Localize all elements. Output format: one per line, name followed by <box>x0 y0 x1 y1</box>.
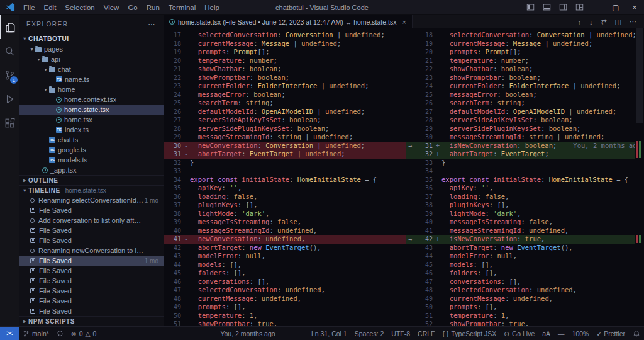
menu-file[interactable]: File <box>19 4 40 11</box>
code-line[interactable]: 36 apiKey: '', <box>406 184 644 193</box>
sync-button[interactable] <box>53 330 67 337</box>
code-line[interactable]: 32} <box>164 159 406 167</box>
code-line[interactable]: 48 currentMessage: undefined, <box>164 295 406 303</box>
tree-item-home-context-tsx[interactable]: home.context.tsx <box>19 94 164 105</box>
timeline-item[interactable]: File Saved <box>19 266 164 276</box>
overview-ruler[interactable] <box>635 28 644 326</box>
code-line[interactable]: 37 pluginKeys: [], <box>164 201 406 210</box>
timeline-item[interactable]: File Saved <box>19 235 164 246</box>
tree-item-home[interactable]: ▾home <box>19 84 164 94</box>
code-line[interactable]: 22 showPromptbar: boolean; <box>164 74 406 82</box>
tree-item-name-ts[interactable]: TSname.ts <box>19 74 164 84</box>
more-actions-icon[interactable]: ⋯ <box>630 18 636 26</box>
menu-selection[interactable]: Selection <box>60 4 99 11</box>
code-line[interactable]: 33 <box>164 167 406 176</box>
encoding-button[interactable]: UTF-8 <box>387 330 414 337</box>
timeline-section[interactable]: ▾ TIMELINE home.state.tsx <box>19 185 164 195</box>
prettier-button[interactable]: ✓ Prettier <box>592 330 629 337</box>
close-tab-icon[interactable]: × <box>402 18 406 26</box>
code-line[interactable]: 34export const initialState: HomeInitial… <box>164 176 406 184</box>
code-line[interactable]: 23 showPromptbar: boolean; <box>406 74 644 82</box>
code-line[interactable]: 43 modelError: null, <box>164 252 406 261</box>
code-line[interactable]: 49 prompts: [], <box>164 303 406 312</box>
timeline-item[interactable]: Renaming selectConversationId to s...1 m… <box>19 195 164 205</box>
tree-item-api[interactable]: ▾api <box>19 54 164 64</box>
code-line[interactable]: 42+ isNewConversation: true, <box>406 235 644 244</box>
minimize-button[interactable]: – <box>587 0 606 15</box>
toggle-secondary-sidebar-icon[interactable] <box>555 0 571 15</box>
code-line[interactable]: 18 selectedConversation: Conversation | … <box>406 31 644 40</box>
code-line[interactable]: 29 serverSidePluginKeysSet: boolean; <box>406 125 644 133</box>
code-line[interactable]: 47 conversations: [], <box>406 278 644 286</box>
problems-button[interactable]: ⊗ 0 △ 0 <box>67 330 101 337</box>
timeline-item[interactable]: File Saved <box>19 306 164 316</box>
code-line[interactable]: 27 serverSideApiKeyIsSet: boolean; <box>164 116 406 125</box>
code-line[interactable]: 44 models: [], <box>164 261 406 269</box>
outline-section[interactable]: ▸ OUTLINE <box>19 175 164 185</box>
timeline-item[interactable]: File Saved <box>19 225 164 235</box>
tree-item-index-ts[interactable]: TSindex.ts <box>19 125 164 135</box>
timeline-item[interactable]: File Saved <box>19 296 164 306</box>
code-line[interactable]: 40 messageIsStreaming: false, <box>406 218 644 227</box>
explorer-icon[interactable] <box>0 15 19 39</box>
code-line[interactable]: 36 loading: false, <box>164 193 406 201</box>
code-line[interactable]: 17 selectedConversation: Conversation | … <box>164 31 406 40</box>
code-line[interactable]: 47 selectedConversation: undefined, <box>164 286 406 295</box>
menu-run[interactable]: Run <box>142 4 164 11</box>
eol-button[interactable]: CRLF <box>414 330 438 337</box>
git-blame-status[interactable]: You, 2 months ago <box>216 330 279 337</box>
code-line[interactable]: 23 currentFolder: FolderInterface | unde… <box>164 82 406 91</box>
revert-change-arrow[interactable]: → <box>408 142 412 150</box>
code-line[interactable]: 19 prompts: Prompt[]; <box>164 48 406 57</box>
menu-terminal[interactable]: Terminal <box>164 4 200 11</box>
code-line[interactable]: 24 currentFolder: FolderInterface | unde… <box>406 82 644 91</box>
code-line[interactable]: 25 messageError: boolean; <box>406 91 644 99</box>
extensions-icon[interactable] <box>0 111 19 135</box>
tree-item-models-ts[interactable]: TSmodels.ts <box>19 155 164 165</box>
timeline-item[interactable]: Renaming newConversation to isNewC... <box>19 246 164 256</box>
next-change-icon[interactable]: ↓ <box>589 18 593 26</box>
code-line[interactable]: 50 temperature: 1, <box>164 312 406 320</box>
code-line[interactable]: 41 messageStreamingId: undefined, <box>406 227 644 235</box>
code-line[interactable]: 35export const initialState: HomeInitial… <box>406 176 644 184</box>
tree-item--app-tsx[interactable]: _app.tsx <box>19 165 164 175</box>
indentation-button[interactable]: Spaces: 2 <box>351 330 388 337</box>
split-editor-icon[interactable]: ◫ <box>615 18 621 26</box>
maximize-button[interactable]: ▢ <box>606 0 625 15</box>
code-line[interactable]: 39 messageIsStreaming: false, <box>164 218 406 227</box>
code-line[interactable]: 37 loading: false, <box>406 193 644 201</box>
code-line[interactable]: 20 temperature: number; <box>164 57 406 65</box>
cursor-position-button[interactable]: Ln 31, Col 1 <box>308 330 351 337</box>
code-line[interactable]: 30- newConversation: Conversation | unde… <box>164 142 406 150</box>
timeline-item[interactable]: File Saved <box>19 205 164 215</box>
code-line[interactable]: 26 defaultModelId: OpenAIModelID | undef… <box>164 108 406 116</box>
code-line[interactable]: 38 pluginKeys: [], <box>406 201 644 210</box>
previous-change-icon[interactable]: ↑ <box>577 18 581 26</box>
diff-editor-tab[interactable]: home.state.tsx (File Saved • June 12, 20… <box>164 15 413 28</box>
code-line[interactable]: 26 searchTerm: string; <box>406 99 644 108</box>
code-line[interactable]: 45 folders: [], <box>164 269 406 278</box>
code-line[interactable]: 27 defaultModelId: OpenAIModelID | undef… <box>406 108 644 116</box>
remote-indicator-button[interactable]: >< <box>0 327 19 340</box>
swap-sides-icon[interactable]: ⇄ <box>601 18 606 26</box>
go-live-button[interactable]: ⊙ Go Live <box>500 330 538 337</box>
code-line[interactable]: 18 currentMessage: Message | undefined; <box>164 40 406 48</box>
case-toggle-button[interactable]: aA <box>538 330 554 337</box>
code-line[interactable]: 28 serverSideApiKeyIsSet: boolean; <box>406 116 644 125</box>
project-root[interactable]: ▾ CHATBOTUI <box>19 33 164 44</box>
code-line[interactable]: 41- newConversation: undefined, <box>164 235 406 244</box>
code-line[interactable]: 34 <box>406 167 644 176</box>
more-actions-icon[interactable]: ⋯ <box>148 20 157 28</box>
timeline-item[interactable]: File Saved1 mo <box>19 256 164 266</box>
code-line[interactable]: 24 messageError: boolean; <box>164 91 406 99</box>
tree-item-chat[interactable]: ▾chat <box>19 64 164 74</box>
source-control-icon[interactable]: 1 <box>0 63 19 87</box>
code-line[interactable]: 22 showChatbar: boolean; <box>406 65 644 74</box>
toggle-panel-icon[interactable] <box>538 0 555 15</box>
scrollbar-thumb[interactable] <box>636 28 643 123</box>
zoom-level[interactable]: 100% <box>569 330 593 337</box>
code-line[interactable]: 31+ isNewConversation: boolean;You, 2 mo… <box>406 142 644 150</box>
code-line[interactable]: 32+ abortTarget: EventTarget; <box>406 150 644 159</box>
code-line[interactable]: 45 models: [], <box>406 261 644 269</box>
code-line[interactable]: 51 showPromptbar: true, <box>164 320 406 326</box>
